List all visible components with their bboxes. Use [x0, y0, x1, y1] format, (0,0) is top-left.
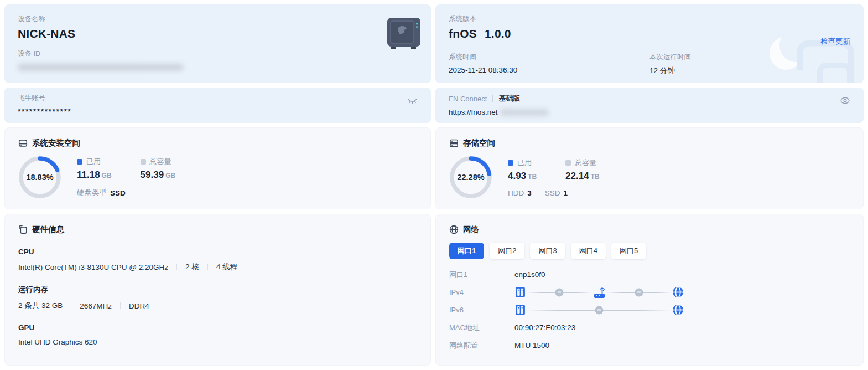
- ipv4-topology-diagram: [514, 286, 684, 299]
- account-masked-value: **************: [18, 107, 418, 116]
- total-swatch: [565, 160, 571, 166]
- cpu-cores: 2 核: [185, 262, 199, 272]
- port-name-row: 网口1 enp1s0f0: [449, 268, 850, 281]
- internet-globe-icon: [672, 304, 684, 316]
- account-card: 飞牛账号 **************: [4, 88, 431, 123]
- time-columns: 系统时间 2025-11-21 08:36:30 本次运行时间 12 分钟: [449, 53, 850, 76]
- link-segment: [527, 292, 591, 293]
- cpu-threads: 4 线程: [216, 262, 237, 272]
- used-value: 11.18GB: [77, 169, 112, 181]
- cpu-spec-line: Intel(R) Core(TM) i3-8130U CPU @ 2.20GHz…: [18, 262, 417, 272]
- total-legend-key: 总容量: [141, 157, 176, 167]
- ipv4-row: IPv4: [449, 285, 850, 299]
- network-title-row: 网络: [449, 224, 850, 235]
- divider: [120, 302, 121, 309]
- os-name: fnOS: [449, 27, 477, 40]
- device-id-blurred-value: [18, 64, 184, 71]
- config-row: 网络配置 MTU 1500: [449, 338, 850, 352]
- nas-device-icon: [386, 17, 422, 53]
- cpu-heading: CPU: [18, 248, 417, 256]
- uptime-value: 12 分钟: [649, 66, 850, 76]
- system-space-gauge: 18.83% 已用 总容量 11.18GB: [18, 156, 417, 199]
- hdd-count: 3: [527, 189, 532, 197]
- cpu-model: Intel(R) Core(TM) i3-8130U CPU @ 2.20GHz: [18, 263, 168, 271]
- fn-connect-url: https://fnos.net: [449, 108, 498, 116]
- gpu-model: Intel UHD Graphics 620: [18, 338, 97, 346]
- memory-speed: 2667MHz: [80, 302, 112, 310]
- system-space-percent: 18.83%: [18, 156, 61, 199]
- tab-port-5[interactable]: 网口5: [611, 243, 646, 259]
- ipv6-row: IPv6: [449, 303, 850, 317]
- os-version: 1.0.0: [485, 27, 511, 40]
- total-legend-key: 总容量: [565, 158, 600, 168]
- storage-donut: 22.28%: [449, 156, 492, 199]
- storage-percent: 22.28%: [449, 156, 492, 199]
- storage-card: 存储空间 22.28% 已用: [435, 127, 864, 209]
- link-segment: [527, 310, 671, 311]
- memory-size: 2 条共 32 GB: [18, 301, 63, 311]
- mac-value: 00:90:27:E0:03:23: [514, 323, 575, 332]
- router-icon: [592, 286, 606, 299]
- globe-icon: [449, 225, 459, 234]
- left-column: 设备名称 NICK-NAS 设备 ID 飞牛账号 *************: [4, 4, 431, 366]
- storage-title: 存储空间: [463, 138, 495, 148]
- tab-port-3[interactable]: 网口3: [530, 243, 565, 259]
- fn-connect-card: FN Connect 基础版 https://fnos.net: [435, 88, 864, 123]
- divider: [71, 302, 71, 309]
- config-label: 网络配置: [449, 341, 514, 351]
- fn-connect-header: FN Connect 基础版: [449, 94, 850, 104]
- disk-icon: [18, 138, 28, 148]
- system-space-title-row: 系统安装空间: [18, 138, 417, 148]
- network-title: 网络: [463, 224, 479, 235]
- right-column: 系统版本 fnOS 1.0.0 检查更新 系统时间 2025-11-21 08:…: [435, 4, 864, 366]
- chip-icon: [18, 225, 28, 234]
- device-id-label: 设备 ID: [18, 49, 418, 59]
- memory-spec-line: 2 条共 32 GB 2667MHz DDR4: [18, 301, 417, 311]
- ipv6-label: IPv6: [449, 306, 514, 314]
- fn-connect-plan: 基础版: [498, 94, 520, 104]
- tab-port-2[interactable]: 网口2: [490, 243, 524, 259]
- system-time-label: 系统时间: [449, 53, 649, 62]
- device-name-label: 设备名称: [18, 14, 418, 24]
- ssd-label: SSD: [545, 189, 560, 197]
- fn-connect-brand: FN Connect: [449, 95, 487, 103]
- tab-port-4[interactable]: 网口4: [571, 243, 606, 259]
- tab-port-1[interactable]: 网口1: [449, 243, 484, 259]
- storage-gauge: 22.28% 已用 总容量 4.93TB: [449, 156, 850, 199]
- nas-server-icon: [514, 286, 526, 298]
- gpu-heading: GPU: [18, 323, 417, 332]
- eye-closed-icon[interactable]: [406, 95, 419, 106]
- storage-legend: 已用 总容量 4.93TB 22.14TB: [508, 158, 600, 197]
- ipv6-topology-diagram: [514, 304, 684, 316]
- version-card: 系统版本 fnOS 1.0.0 检查更新 系统时间 2025-11-21 08:…: [435, 4, 864, 83]
- config-value: MTU 1500: [514, 341, 549, 350]
- system-space-card: 系统安装空间 18.83% 已用: [4, 127, 431, 209]
- used-legend-key: 已用: [77, 157, 112, 167]
- eye-open-icon[interactable]: [839, 95, 851, 106]
- nas-server-icon: [514, 304, 526, 316]
- mac-row: MAC地址 00:90:27:E0:03:23: [449, 321, 850, 335]
- port-name-value: enp1s0f0: [514, 270, 545, 279]
- system-time-value: 2025-11-21 08:36:30: [449, 66, 649, 74]
- device-name: NICK-NAS: [18, 27, 418, 40]
- system-space-legend: 已用 总容量 11.18GB 59.39GB: [77, 157, 175, 198]
- total-label: 总容量: [150, 157, 171, 167]
- uptime-column: 本次运行时间 12 分钟: [649, 53, 850, 76]
- uptime-label: 本次运行时间: [649, 53, 850, 62]
- hardware-title: 硬件信息: [32, 224, 64, 235]
- ssd-count: 1: [564, 189, 568, 197]
- internet-globe-icon: [672, 286, 684, 298]
- disk-type-value: SSD: [110, 189, 126, 197]
- total-value: 59.39GB: [141, 169, 176, 181]
- account-label: 飞牛账号: [18, 94, 418, 103]
- check-update-link[interactable]: 检查更新: [820, 37, 850, 47]
- used-swatch: [77, 159, 82, 165]
- used-value: 4.93TB: [508, 171, 537, 182]
- disk-type-label: 硬盘类型: [77, 188, 107, 198]
- port-name-label: 网口1: [449, 270, 514, 280]
- port-tabs: 网口1 网口2 网口3 网口4 网口5: [449, 243, 850, 259]
- os-version-line: fnOS 1.0.0: [449, 27, 850, 40]
- mac-label: MAC地址: [449, 323, 514, 333]
- hardware-title-row: 硬件信息: [18, 224, 417, 235]
- memory-type: DDR4: [129, 302, 149, 310]
